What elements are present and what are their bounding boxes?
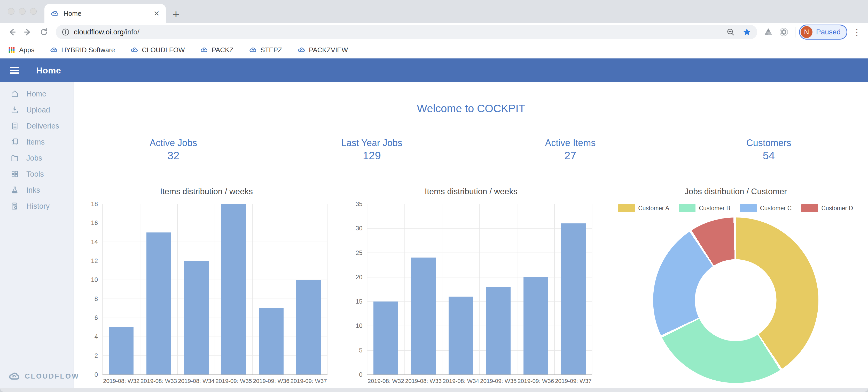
y-tick-label: 10 [350,322,363,330]
new-tab-button[interactable]: + [173,8,180,20]
sidebar-item-upload[interactable]: Upload [0,102,73,118]
menu-toggle-button[interactable] [10,67,19,74]
x-tick-label: 2019-09: W35 [215,378,252,385]
cloudflow-bookmark-icon [130,46,138,54]
x-tick-label: 2019-09: W37 [290,378,328,385]
bookmark-packz[interactable]: PACKZ [200,46,234,54]
sidebar-item-inks[interactable]: Inks [0,182,73,198]
cloudflow-bookmark-icon [50,46,58,54]
bookmark-hybrid-software[interactable]: HYBRID Software [50,46,115,54]
sidebar-item-jobs[interactable]: Jobs [0,150,73,166]
sidebar-item-home[interactable]: Home [0,86,73,102]
y-tick-label: 18 [86,200,98,207]
bar [411,257,436,375]
apps-grid-icon [8,46,16,54]
legend-item: Customer D [801,204,853,212]
cloudflow-bookmark-icon [200,46,208,54]
gridline-vertical [177,204,178,375]
tab-close-icon[interactable]: ✕ [154,9,160,18]
y-tick-label: 2 [86,352,98,359]
profile-chip[interactable]: N Paused [799,25,847,39]
chart-x-axis-labels: 2019-08: W322019-08: W332019-08: W342019… [367,378,592,385]
url-path: /info/ [124,28,140,36]
minimize-window-button[interactable] [19,8,26,15]
stats-row: Active Jobs 32 Last Year Jobs 129 Active… [74,138,868,162]
avatar: N [801,26,812,38]
legend-item: Customer C [740,204,792,212]
tab-strip: Home ✕ + [0,0,868,23]
browser-menu-button[interactable]: ⋮ [852,27,861,37]
address-bar[interactable]: cloudflow.oi.org/info/ [56,25,757,39]
page-info-icon[interactable] [61,28,70,36]
sidebar-item-tools[interactable]: Tools [0,166,73,182]
y-tick-label: 15 [350,298,363,305]
bookmark-cloudflow[interactable]: CLOUDLFOW [130,46,185,54]
upload-icon [10,106,19,114]
bookmark-label: HYBRID Software [61,46,115,54]
page-title: Home [36,65,61,76]
bookmark-label: PACKZ [212,46,234,54]
gridline-vertical [215,204,215,375]
cloudflow-logo-text: CLOUDFLOW [25,372,79,381]
url-host: cloudflow.oi.org [74,28,124,36]
back-button[interactable] [7,27,17,37]
sync-status-badge: Paused [816,28,841,36]
stat-customers: Customers 54 [670,138,868,162]
y-tick-label: 12 [86,257,98,264]
x-tick-label: 2019-08: W34 [442,378,479,385]
cloudflow-favicon [51,9,59,18]
sidebar-item-history[interactable]: History [0,198,73,214]
bookmark-label: PACKZVIEW [309,46,348,54]
stat-last-year-jobs: Last Year Jobs 129 [273,138,471,162]
x-tick-label: 2019-08: W33 [405,378,442,385]
gridline-vertical [442,204,442,375]
stat-label: Last Year Jobs [273,138,471,148]
sidebar-item-label: Inks [26,186,40,194]
bar [147,232,171,375]
y-tick-label: 16 [86,219,98,226]
gridline-vertical [404,204,405,375]
maximize-window-button[interactable] [30,8,37,15]
tab-title: Home [64,9,81,18]
tools-grid-icon [10,170,19,178]
sidebar-item-label: Deliveries [26,122,59,130]
x-tick-label: 2019-08: W34 [178,378,215,385]
browser-tab[interactable]: Home ✕ [44,4,166,23]
legend-item: Customer B [679,204,730,212]
chart-x-axis-labels: 2019-08: W322019-08: W332019-08: W342019… [102,378,328,385]
apps-shortcut[interactable]: Apps [8,46,34,54]
flower-extension-icon[interactable] [779,27,789,37]
bookmark-stepz[interactable]: STEPZ [249,46,282,54]
bar-chart-items-weeks-2: Items distribution / weeks 0510152025303… [339,187,603,385]
stat-value: 54 [670,149,868,162]
donut-chart-jobs-customer: Jobs distribution / Customer Customer AC… [603,187,868,383]
bookmark-star-icon[interactable] [742,27,751,37]
stat-label: Active Items [471,138,670,148]
bar [524,277,548,375]
close-window-button[interactable] [8,8,14,15]
bar-chart-items-weeks-1: Items distribution / weeks 0246810121416… [74,187,339,385]
legend-label: Customer C [760,205,792,212]
bookmark-label: STEPZ [260,46,282,54]
x-tick-label: 2019-08: W32 [102,378,140,385]
reload-button[interactable] [39,27,49,37]
sidebar-item-label: Tools [26,170,44,178]
bookmark-label: CLOUDLFOW [142,46,185,54]
apps-label: Apps [19,46,34,54]
stat-label: Active Jobs [74,138,273,148]
window-controls [0,0,44,23]
x-tick-label: 2019-09: W36 [252,378,290,385]
sidebar-item-deliveries[interactable]: Deliveries [0,118,73,134]
zoom-icon[interactable] [726,28,735,36]
forward-icon [25,29,29,35]
sidebar: Home Upload Deliveries Items Jobs Tools [0,82,74,388]
x-tick-label: 2019-09: W37 [555,378,592,385]
sidebar-item-label: Jobs [26,154,42,162]
bookmarks-bar: Apps HYBRID Software CLOUDLFOW PACKZ STE… [0,41,868,58]
bookmark-packzview[interactable]: PACKZVIEW [298,46,348,54]
legend-label: Customer A [638,205,669,212]
sidebar-item-items[interactable]: Items [0,134,73,150]
forward-button[interactable] [23,27,33,37]
drive-extension-icon[interactable] [764,27,773,37]
donut-hole [695,259,777,341]
